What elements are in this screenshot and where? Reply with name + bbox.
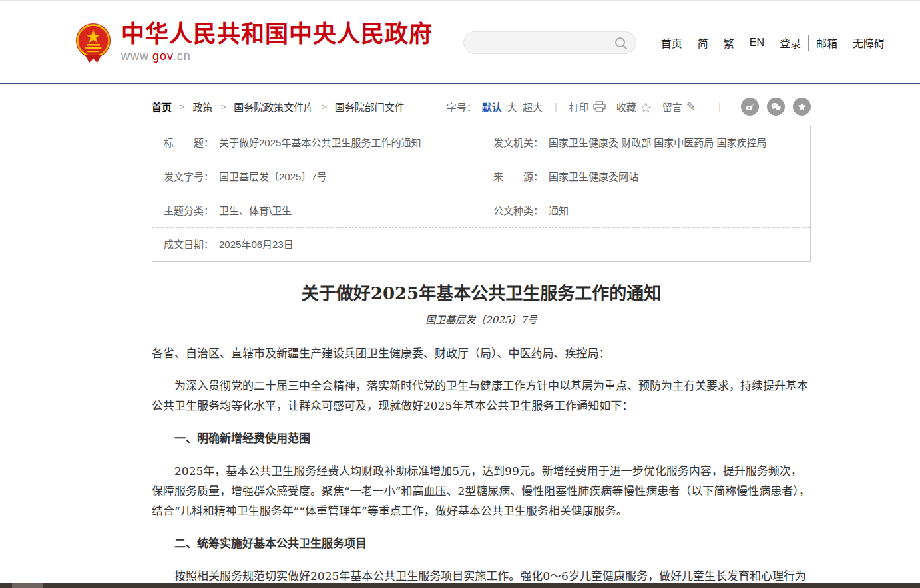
meta-value-topic-category: 卫生、体育\卫生 <box>214 204 292 218</box>
star-icon: ☆ <box>640 98 652 115</box>
comment-button[interactable]: 留言 ✎ <box>662 100 696 114</box>
search-input[interactable] <box>464 37 636 48</box>
breadcrumb-department-documents[interactable]: 国务院部门文件 <box>335 100 405 114</box>
site-title: 中华人民共和国中央人民政府 <box>121 21 433 47</box>
site-logo[interactable]: 中华人民共和国中央人民政府 www.gov.cn <box>75 21 433 64</box>
meta-row: 标 题： 关于做好2025年基本公共卫生服务工作的通知 发文机关： 国家卫生健康… <box>152 126 810 160</box>
meta-label-issuing-agency: 发文机关： <box>493 136 543 150</box>
meta-value-date: 2025年06月23日 <box>214 238 294 251</box>
document-meta-table: 标 题： 关于做好2025年基本公共卫生服务工作的通知 发文机关： 国家卫生健康… <box>152 126 811 262</box>
breadcrumb-home[interactable]: 首页 <box>152 100 172 114</box>
meta-value-title: 关于做好2025年基本公共卫生服务工作的通知 <box>214 136 421 150</box>
meta-value-doc-number: 国卫基层发〔2025〕7号 <box>214 170 327 184</box>
nav-login[interactable]: 登录 <box>772 35 809 51</box>
meta-row: 发文字号： 国卫基层发〔2025〕7号 来 源： 国家卫生健康委网站 <box>152 160 810 194</box>
nav-traditional[interactable]: 繁 <box>716 35 742 51</box>
nav-simplified[interactable]: 简 <box>690 35 716 51</box>
document-title: 关于做好2025年基本公共卫生服务工作的通知 <box>152 279 811 304</box>
meta-label-date: 成文日期： <box>164 238 214 251</box>
bottom-scrollbar-track <box>0 583 920 588</box>
breadcrumb: 首页 > 政策 > 国务院政策文件库 > 国务院部门文件 <box>152 100 405 114</box>
breadcrumb-policy-library[interactable]: 国务院政策文件库 <box>234 100 314 114</box>
meta-value-doc-type: 通知 <box>543 204 569 218</box>
font-size-label: 字号： <box>447 100 477 114</box>
meta-label-topic-category: 主题分类： <box>164 204 214 218</box>
pencil-icon: ✎ <box>686 100 696 114</box>
section1-paragraph: 2025年，基本公共卫生服务经费人均财政补助标准增加5元，达到99元。新增经费用… <box>152 461 811 521</box>
site-url: www.gov.cn <box>121 49 433 63</box>
nav-mailbox[interactable]: 邮箱 <box>809 35 845 51</box>
section1-heading: 一、明确新增经费使用范围 <box>152 428 811 448</box>
meta-label-doc-number: 发文字号： <box>164 170 214 184</box>
page-toolbar: 字号： 默认 大 超大 | 打印 收藏 ☆ 留言 <box>447 98 811 116</box>
document-body: 各省、自治区、直辖市及新疆生产建设兵团卫生健康委、财政厅（局）、中医药局、疾控局… <box>152 343 811 588</box>
breadcrumb-separator: > <box>221 102 226 112</box>
share-buttons <box>733 98 811 116</box>
printer-icon <box>593 101 606 112</box>
header-divider <box>0 83 920 84</box>
breadcrumb-separator: > <box>180 102 185 112</box>
meta-value-issuing-agency: 国家卫生健康委 财政部 国家中医药局 国家疾控局 <box>543 136 767 150</box>
qzone-share-icon[interactable] <box>793 98 811 116</box>
national-emblem-icon <box>75 22 112 63</box>
favorite-button[interactable]: 收藏 ☆ <box>616 98 652 115</box>
font-size-default[interactable]: 默认 <box>482 100 502 114</box>
meta-label-source: 来 源： <box>493 170 543 184</box>
section2-heading: 二、统筹实施好基本公共卫生服务项目 <box>152 533 811 553</box>
nav-accessibility[interactable]: 无障碍 <box>845 35 892 51</box>
print-button[interactable]: 打印 <box>569 100 606 114</box>
salutation-paragraph: 各省、自治区、直辖市及新疆生产建设兵团卫生健康委、财政厅（局）、中医药局、疾控局… <box>152 343 811 363</box>
nav-english[interactable]: EN <box>742 37 772 49</box>
font-size-large[interactable]: 大 <box>507 100 517 114</box>
meta-value-source: 国家卫生健康委网站 <box>543 170 638 184</box>
content-column: 首页 > 政策 > 国务院政策文件库 > 国务院部门文件 字号： 默认 大 超大… <box>152 98 811 588</box>
font-size-xlarge[interactable]: 超大 <box>523 100 543 114</box>
top-nav: 首页 简 繁 EN 登录 邮箱 无障碍 <box>654 35 892 51</box>
weibo-share-icon[interactable] <box>741 98 759 116</box>
nav-home[interactable]: 首页 <box>654 35 690 51</box>
search-box <box>463 31 636 54</box>
wechat-share-icon[interactable] <box>767 98 785 116</box>
meta-label-title: 标 题： <box>164 136 214 150</box>
site-header: 中华人民共和国中央人民政府 www.gov.cn 首页 简 繁 EN 登录 邮箱… <box>0 1 920 83</box>
search-icon[interactable] <box>613 35 629 51</box>
intro-paragraph: 为深入贯彻党的二十届三中全会精神，落实新时代党的卫生与健康工作方针中以基层为重点… <box>152 376 811 416</box>
breadcrumb-separator: > <box>322 102 327 112</box>
bottom-scrollbar-thumb[interactable] <box>12 583 43 588</box>
meta-label-doc-type: 公文种类： <box>493 204 543 218</box>
breadcrumb-policy[interactable]: 政策 <box>193 100 213 114</box>
meta-row: 成文日期： 2025年06月23日 <box>152 228 810 261</box>
meta-row: 主题分类： 卫生、体育\卫生 公文种类： 通知 <box>152 194 810 228</box>
document-number: 国卫基层发〔2025〕7号 <box>152 312 811 326</box>
